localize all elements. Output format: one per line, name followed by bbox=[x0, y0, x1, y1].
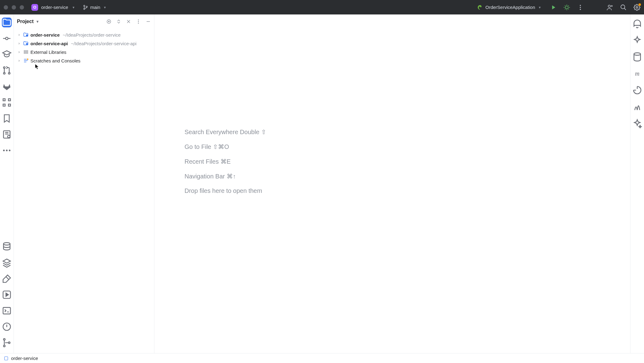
module-icon bbox=[23, 32, 29, 38]
gitlab-tool-button[interactable] bbox=[2, 82, 12, 91]
run-button[interactable] bbox=[550, 4, 557, 11]
more-actions[interactable] bbox=[577, 4, 584, 11]
traffic-close[interactable] bbox=[4, 5, 8, 10]
bookmarks-tool-button[interactable] bbox=[2, 114, 12, 123]
project-panel-title[interactable]: Project ▾ bbox=[17, 19, 38, 24]
svg-rect-35 bbox=[26, 34, 28, 36]
svg-point-22 bbox=[9, 150, 10, 151]
tree-item-name: Scratches and Consoles bbox=[30, 58, 81, 63]
svg-point-11 bbox=[3, 67, 5, 68]
hint-search-everywhere: Search Everywhere Double ⇧ bbox=[185, 128, 630, 136]
services-tool-button[interactable] bbox=[2, 290, 12, 300]
more-tool-button[interactable] bbox=[2, 146, 12, 155]
tree-item-name: External Libraries bbox=[30, 50, 66, 55]
tree-row-module[interactable]: › order-service ~/IdeaProjects/order-ser… bbox=[14, 30, 154, 39]
hint-navigation-bar: Navigation Bar ⌘↑ bbox=[185, 173, 630, 180]
run-config-name: OrderServiceApplication bbox=[485, 5, 535, 10]
hint-recent-files: Recent Files ⌘E bbox=[185, 158, 630, 165]
ai-suggest-tool-button[interactable] bbox=[632, 118, 642, 128]
svg-point-6 bbox=[580, 9, 581, 10]
svg-point-37 bbox=[27, 58, 29, 60]
svg-point-1 bbox=[84, 8, 85, 10]
tree-row-module[interactable]: › order-service-api ~/IdeaProjects/order… bbox=[14, 39, 154, 48]
learn-tool-button[interactable] bbox=[2, 50, 12, 59]
svg-point-8 bbox=[621, 5, 625, 9]
svg-point-32 bbox=[138, 19, 139, 20]
tree-item-name: order-service-api bbox=[30, 41, 68, 46]
chevron-right-icon[interactable]: › bbox=[17, 33, 21, 37]
commit-tool-button[interactable] bbox=[2, 34, 12, 43]
persistence-tool-button[interactable] bbox=[2, 130, 12, 139]
module-indicator-icon bbox=[4, 357, 8, 360]
svg-point-34 bbox=[138, 22, 139, 23]
project-panel-label: Project bbox=[17, 19, 34, 24]
hide-panel-icon[interactable] bbox=[145, 19, 151, 24]
chevron-down-icon: ▾ bbox=[73, 5, 74, 10]
maven-tool-button[interactable]: m bbox=[632, 69, 642, 78]
svg-rect-36 bbox=[26, 43, 28, 45]
svg-point-10 bbox=[6, 37, 8, 40]
svg-point-28 bbox=[3, 345, 5, 347]
project-name: order-service bbox=[41, 5, 68, 10]
traffic-minimize[interactable] bbox=[12, 5, 16, 10]
chevron-down-icon: ▾ bbox=[539, 5, 541, 10]
layers-tool-button[interactable] bbox=[2, 258, 12, 268]
svg-point-20 bbox=[3, 150, 5, 151]
tree-row-libraries[interactable]: › External Libraries bbox=[14, 48, 154, 56]
structure-tool-button[interactable] bbox=[2, 98, 12, 107]
debug-button[interactable] bbox=[563, 4, 570, 11]
pull-requests-tool-button[interactable] bbox=[2, 66, 12, 75]
svg-rect-17 bbox=[8, 104, 10, 106]
svg-rect-15 bbox=[3, 104, 5, 106]
scratch-icon bbox=[23, 58, 29, 63]
tree-row-scratches[interactable]: › Scratches and Consoles bbox=[14, 56, 154, 65]
build-tool-button[interactable] bbox=[2, 274, 12, 284]
branch-icon bbox=[83, 5, 88, 10]
svg-rect-25 bbox=[3, 307, 10, 314]
chevron-down-icon: ▾ bbox=[37, 19, 38, 24]
svg-point-2 bbox=[86, 6, 87, 7]
svg-point-9 bbox=[636, 6, 638, 8]
svg-point-21 bbox=[6, 150, 7, 151]
expand-all-icon[interactable] bbox=[116, 19, 121, 24]
project-badge: O bbox=[31, 4, 38, 11]
svg-point-5 bbox=[580, 7, 581, 8]
run-config-selector[interactable]: OrderServiceApplication ▾ bbox=[477, 5, 541, 10]
problems-tool-button[interactable] bbox=[2, 322, 12, 332]
settings-icon[interactable] bbox=[634, 4, 640, 11]
traffic-zoom[interactable] bbox=[20, 5, 24, 10]
collapse-all-icon[interactable] bbox=[126, 19, 131, 24]
library-icon bbox=[23, 49, 29, 55]
ai-assistant-tool-button[interactable] bbox=[632, 35, 642, 45]
branch-selector[interactable]: main ▾ bbox=[83, 5, 106, 10]
svg-point-13 bbox=[8, 73, 10, 74]
search-icon[interactable] bbox=[620, 4, 627, 11]
chevron-right-icon[interactable]: › bbox=[17, 41, 21, 46]
tree-item-path: ~/IdeaProjects/order-service-api bbox=[71, 41, 137, 46]
svg-point-27 bbox=[3, 339, 5, 340]
module-icon bbox=[23, 41, 29, 46]
database-tool-button[interactable] bbox=[2, 242, 12, 252]
code-with-me-icon[interactable] bbox=[606, 4, 613, 11]
panel-options-icon[interactable] bbox=[136, 19, 141, 24]
svg-point-33 bbox=[138, 21, 139, 22]
spring-icon bbox=[477, 5, 483, 10]
select-opened-file-icon[interactable] bbox=[106, 19, 112, 24]
hint-drop-files: Drop files here to open them bbox=[185, 187, 630, 194]
chevron-right-icon[interactable]: › bbox=[17, 58, 21, 63]
terminal-tool-button[interactable] bbox=[2, 306, 12, 316]
svg-point-38 bbox=[634, 53, 640, 55]
svg-rect-14 bbox=[3, 99, 5, 101]
coverage-tool-button[interactable] bbox=[632, 85, 642, 95]
vcs-tool-button[interactable] bbox=[2, 338, 12, 348]
project-selector[interactable]: O order-service ▾ bbox=[31, 4, 74, 11]
profiler-tool-button[interactable] bbox=[632, 102, 642, 112]
project-tool-button[interactable] bbox=[2, 18, 12, 27]
svg-point-12 bbox=[3, 73, 5, 74]
svg-point-4 bbox=[580, 5, 581, 6]
chevron-right-icon[interactable]: › bbox=[17, 50, 21, 54]
database-right-tool-button[interactable] bbox=[632, 52, 642, 62]
notifications-tool-button[interactable] bbox=[632, 19, 642, 29]
maven-icon: m bbox=[635, 70, 639, 77]
svg-point-0 bbox=[84, 5, 85, 6]
